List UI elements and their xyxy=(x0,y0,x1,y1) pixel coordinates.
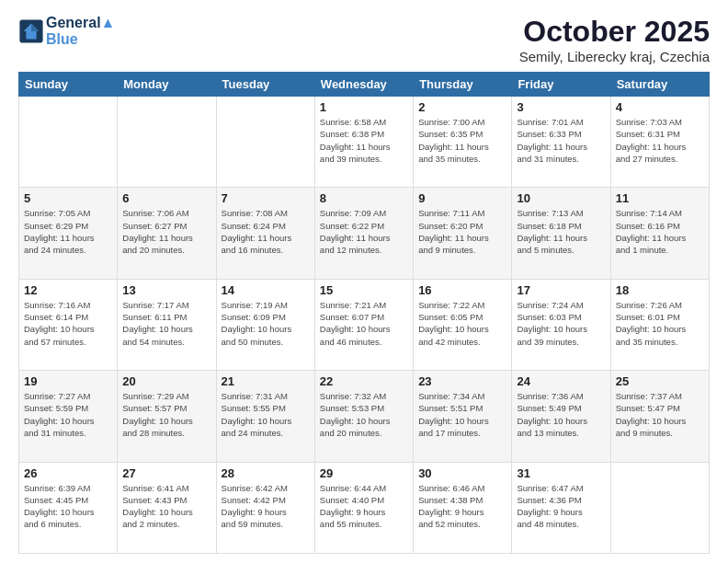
table-row: 19Sunrise: 7:27 AM Sunset: 5:59 PM Dayli… xyxy=(19,371,118,462)
day-number: 31 xyxy=(517,466,605,480)
day-number: 2 xyxy=(418,100,506,114)
table-row: 23Sunrise: 7:34 AM Sunset: 5:51 PM Dayli… xyxy=(414,371,512,462)
col-saturday: Saturday xyxy=(610,73,709,97)
day-info: Sunrise: 7:08 AM Sunset: 6:24 PM Dayligh… xyxy=(222,207,310,256)
day-info: Sunrise: 7:36 AM Sunset: 5:49 PM Dayligh… xyxy=(517,390,605,439)
day-number: 7 xyxy=(222,191,310,205)
table-row: 8Sunrise: 7:09 AM Sunset: 6:22 PM Daylig… xyxy=(314,188,413,279)
day-number: 8 xyxy=(320,191,408,205)
day-info: Sunrise: 7:03 AM Sunset: 6:31 PM Dayligh… xyxy=(616,116,704,165)
table-row: 1Sunrise: 6:58 AM Sunset: 6:38 PM Daylig… xyxy=(314,97,413,188)
day-info: Sunrise: 6:41 AM Sunset: 4:43 PM Dayligh… xyxy=(122,482,210,531)
calendar-week-row: 12Sunrise: 7:16 AM Sunset: 6:14 PM Dayli… xyxy=(19,279,710,370)
day-number: 30 xyxy=(418,466,506,480)
table-row: 12Sunrise: 7:16 AM Sunset: 6:14 PM Dayli… xyxy=(19,279,118,370)
table-row: 24Sunrise: 7:36 AM Sunset: 5:49 PM Dayli… xyxy=(512,371,610,462)
logo-icon xyxy=(18,18,44,44)
table-row: 5Sunrise: 7:05 AM Sunset: 6:29 PM Daylig… xyxy=(19,188,118,279)
table-row: 16Sunrise: 7:22 AM Sunset: 6:05 PM Dayli… xyxy=(414,279,512,370)
subtitle: Semily, Liberecky kraj, Czechia xyxy=(519,49,710,64)
day-info: Sunrise: 7:19 AM Sunset: 6:09 PM Dayligh… xyxy=(222,299,310,348)
table-row: 25Sunrise: 7:37 AM Sunset: 5:47 PM Dayli… xyxy=(610,371,709,462)
day-number: 21 xyxy=(222,374,310,388)
table-row: 2Sunrise: 7:00 AM Sunset: 6:35 PM Daylig… xyxy=(414,97,512,188)
day-info: Sunrise: 7:11 AM Sunset: 6:20 PM Dayligh… xyxy=(418,207,506,256)
day-info: Sunrise: 7:31 AM Sunset: 5:55 PM Dayligh… xyxy=(222,390,310,439)
day-number: 4 xyxy=(616,100,704,114)
table-row: 22Sunrise: 7:32 AM Sunset: 5:53 PM Dayli… xyxy=(314,371,413,462)
table-row xyxy=(118,97,216,188)
day-info: Sunrise: 7:14 AM Sunset: 6:16 PM Dayligh… xyxy=(616,207,704,256)
day-info: Sunrise: 7:09 AM Sunset: 6:22 PM Dayligh… xyxy=(320,207,408,256)
day-number: 9 xyxy=(418,191,506,205)
logo-text: General▲ Blue xyxy=(46,15,115,48)
day-info: Sunrise: 6:44 AM Sunset: 4:40 PM Dayligh… xyxy=(320,482,408,531)
day-info: Sunrise: 7:17 AM Sunset: 6:11 PM Dayligh… xyxy=(122,299,210,348)
logo-area: General▲ Blue xyxy=(18,15,115,48)
table-row: 17Sunrise: 7:24 AM Sunset: 6:03 PM Dayli… xyxy=(512,279,610,370)
day-info: Sunrise: 7:06 AM Sunset: 6:27 PM Dayligh… xyxy=(122,207,210,256)
calendar-week-row: 5Sunrise: 7:05 AM Sunset: 6:29 PM Daylig… xyxy=(19,188,710,279)
col-monday: Monday xyxy=(118,73,216,97)
day-info: Sunrise: 7:13 AM Sunset: 6:18 PM Dayligh… xyxy=(517,207,605,256)
day-number: 26 xyxy=(24,466,112,480)
col-friday: Friday xyxy=(512,73,610,97)
day-number: 14 xyxy=(222,283,310,297)
day-number: 18 xyxy=(616,283,704,297)
table-row xyxy=(19,97,118,188)
day-info: Sunrise: 7:00 AM Sunset: 6:35 PM Dayligh… xyxy=(418,116,506,165)
calendar-week-row: 19Sunrise: 7:27 AM Sunset: 5:59 PM Dayli… xyxy=(19,371,710,462)
day-number: 28 xyxy=(222,466,310,480)
table-row: 11Sunrise: 7:14 AM Sunset: 6:16 PM Dayli… xyxy=(610,188,709,279)
day-info: Sunrise: 6:47 AM Sunset: 4:36 PM Dayligh… xyxy=(517,482,605,531)
table-row: 31Sunrise: 6:47 AM Sunset: 4:36 PM Dayli… xyxy=(512,462,610,553)
col-tuesday: Tuesday xyxy=(216,73,314,97)
col-thursday: Thursday xyxy=(414,73,512,97)
page: General▲ Blue October 2025 Semily, Liber… xyxy=(0,0,728,563)
day-info: Sunrise: 6:39 AM Sunset: 4:45 PM Dayligh… xyxy=(24,482,112,531)
day-number: 6 xyxy=(122,191,210,205)
day-info: Sunrise: 7:05 AM Sunset: 6:29 PM Dayligh… xyxy=(24,207,112,256)
calendar-header-row: Sunday Monday Tuesday Wednesday Thursday… xyxy=(19,73,710,97)
day-info: Sunrise: 7:26 AM Sunset: 6:01 PM Dayligh… xyxy=(616,299,704,348)
table-row: 7Sunrise: 7:08 AM Sunset: 6:24 PM Daylig… xyxy=(216,188,314,279)
day-number: 10 xyxy=(517,191,605,205)
day-number: 12 xyxy=(24,283,112,297)
day-number: 29 xyxy=(320,466,408,480)
table-row: 20Sunrise: 7:29 AM Sunset: 5:57 PM Dayli… xyxy=(118,371,216,462)
day-info: Sunrise: 7:27 AM Sunset: 5:59 PM Dayligh… xyxy=(24,390,112,439)
day-info: Sunrise: 7:34 AM Sunset: 5:51 PM Dayligh… xyxy=(418,390,506,439)
day-number: 25 xyxy=(616,374,704,388)
day-number: 17 xyxy=(517,283,605,297)
day-number: 20 xyxy=(122,374,210,388)
table-row: 26Sunrise: 6:39 AM Sunset: 4:45 PM Dayli… xyxy=(19,462,118,553)
col-sunday: Sunday xyxy=(19,73,118,97)
table-row: 10Sunrise: 7:13 AM Sunset: 6:18 PM Dayli… xyxy=(512,188,610,279)
day-info: Sunrise: 7:29 AM Sunset: 5:57 PM Dayligh… xyxy=(122,390,210,439)
day-info: Sunrise: 6:42 AM Sunset: 4:42 PM Dayligh… xyxy=(222,482,310,531)
day-info: Sunrise: 7:01 AM Sunset: 6:33 PM Dayligh… xyxy=(517,116,605,165)
day-number: 27 xyxy=(122,466,210,480)
table-row: 18Sunrise: 7:26 AM Sunset: 6:01 PM Dayli… xyxy=(610,279,709,370)
main-title: October 2025 xyxy=(519,15,710,49)
title-area: October 2025 Semily, Liberecky kraj, Cze… xyxy=(519,15,710,64)
calendar-week-row: 1Sunrise: 6:58 AM Sunset: 6:38 PM Daylig… xyxy=(19,97,710,188)
table-row: 15Sunrise: 7:21 AM Sunset: 6:07 PM Dayli… xyxy=(314,279,413,370)
day-info: Sunrise: 7:24 AM Sunset: 6:03 PM Dayligh… xyxy=(517,299,605,348)
header: General▲ Blue October 2025 Semily, Liber… xyxy=(18,15,710,64)
day-info: Sunrise: 6:46 AM Sunset: 4:38 PM Dayligh… xyxy=(418,482,506,531)
day-info: Sunrise: 6:58 AM Sunset: 6:38 PM Dayligh… xyxy=(320,116,408,165)
day-number: 22 xyxy=(320,374,408,388)
day-number: 19 xyxy=(24,374,112,388)
col-wednesday: Wednesday xyxy=(314,73,413,97)
table-row: 9Sunrise: 7:11 AM Sunset: 6:20 PM Daylig… xyxy=(414,188,512,279)
table-row: 3Sunrise: 7:01 AM Sunset: 6:33 PM Daylig… xyxy=(512,97,610,188)
day-info: Sunrise: 7:16 AM Sunset: 6:14 PM Dayligh… xyxy=(24,299,112,348)
table-row: 13Sunrise: 7:17 AM Sunset: 6:11 PM Dayli… xyxy=(118,279,216,370)
day-info: Sunrise: 7:21 AM Sunset: 6:07 PM Dayligh… xyxy=(320,299,408,348)
table-row xyxy=(610,462,709,553)
table-row: 30Sunrise: 6:46 AM Sunset: 4:38 PM Dayli… xyxy=(414,462,512,553)
day-number: 1 xyxy=(320,100,408,114)
day-number: 3 xyxy=(517,100,605,114)
day-info: Sunrise: 7:22 AM Sunset: 6:05 PM Dayligh… xyxy=(418,299,506,348)
